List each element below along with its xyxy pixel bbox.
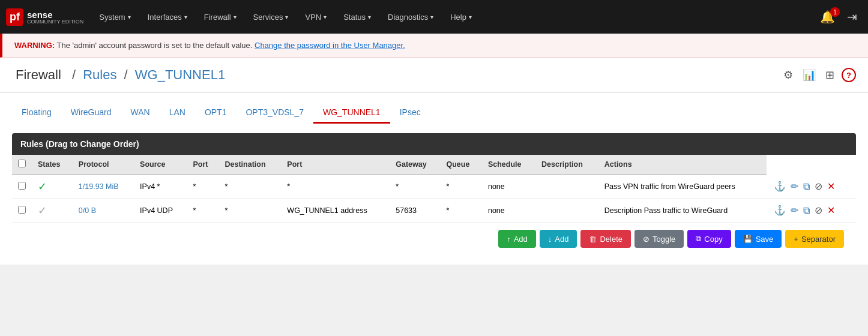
header-icons: ⚙ 📊 ⊞ ? [781,67,856,83]
nav-services[interactable]: Services ▾ [246,8,296,26]
toggle-button[interactable]: ⊘ Toggle [634,230,684,248]
row2-dest-port: 57633 [390,199,440,223]
tab-wireguard[interactable]: WireGuard [61,103,121,124]
tab-wg-tunnel1[interactable]: WG_TUNNEL1 [313,103,390,124]
tab-wan[interactable]: WAN [121,103,160,124]
row1-port: * [219,175,281,199]
nav-status[interactable]: Status ▾ [336,8,378,26]
tab-lan[interactable]: LAN [160,103,195,124]
row1-states-link[interactable]: 1/19.93 MiB [79,182,119,191]
edit-icon[interactable]: ✏ [789,179,800,193]
bottom-buttons: ↑ Add ↓ Add 🗑 Delete ⊘ Toggle ⧉ Copy 💾 S [12,223,856,255]
row2-port: * [219,199,281,223]
warning-text: The 'admin' account password is set to t… [57,41,255,50]
nav-help[interactable]: Help ▾ [443,8,479,26]
breadcrumb-sep1: / [72,67,76,82]
row2-queue: none [482,199,535,223]
table-icon[interactable]: ⊞ [823,67,837,83]
breadcrumb-sep2: / [124,67,128,82]
chevron-down-icon: ▾ [128,14,131,20]
chevron-down-icon: ▾ [234,14,237,20]
help-circle-icon[interactable]: ? [842,68,856,82]
breadcrumb-rules[interactable]: Rules [83,67,116,82]
warning-link[interactable]: Change the password in the User Manager. [255,41,405,50]
add-up-button[interactable]: ↑ Add [498,230,536,248]
row1-dest-port: * [390,175,440,199]
row1-checkbox-cell[interactable] [12,175,32,199]
row2-gateway: * [440,199,481,223]
chevron-down-icon: ▾ [285,14,288,20]
row1-protocol: IPv4 * [134,175,187,199]
nav-interfaces[interactable]: Interfaces ▾ [140,8,194,26]
navbar: pf sense COMMUNITY EDITION System ▾ Inte… [0,0,868,34]
tab-opt1[interactable]: OPT1 [195,103,237,124]
logout-button[interactable]: ⇥ [842,7,862,26]
edit-icon[interactable]: ✏ [789,203,800,217]
anchor-icon[interactable]: ⚓ [773,203,787,217]
breadcrumb: Firewall / Rules / WG_TUNNEL1 [12,67,225,83]
nav-vpn[interactable]: VPN ▾ [298,8,334,26]
anchor-icon[interactable]: ⚓ [773,179,787,193]
nav-firewall[interactable]: Firewall ▾ [197,8,244,26]
brand-edition: COMMUNITY EDITION [27,19,83,25]
row2-states-link[interactable]: 0/0 B [79,206,96,215]
row2-checkbox[interactable] [18,206,26,214]
table-header-row: States Protocol Source Port Destination … [12,155,856,175]
notification-badge: 1 [830,7,840,17]
th-destination: Destination [219,155,281,175]
chevron-down-icon: ▾ [324,14,327,20]
brand-name: sense [27,10,53,20]
th-select-all[interactable] [12,155,32,175]
table-row: ✓ 0/0 B IPv4 UDP * * WG_TUNNEL1 address … [12,199,856,223]
row2-protocol: IPv4 UDP [134,199,187,223]
save-button[interactable]: 💾 Save [735,230,782,248]
row2-actions-cell: ⚓ ✏ ⧉ ⊘ ✕ [773,203,850,217]
disable-icon[interactable]: ⊘ [813,203,824,217]
th-port: Port [187,155,219,175]
row1-source: * [187,175,219,199]
chart-bar-icon[interactable]: 📊 [800,67,818,83]
row1-queue: none [482,175,535,199]
nav-system[interactable]: System ▾ [92,8,137,26]
rules-header: Rules (Drag to Change Order) [12,133,856,155]
tab-floating[interactable]: Floating [12,103,61,124]
add-down-button[interactable]: ↓ Add [540,230,577,248]
save-icon: 💾 [743,235,753,244]
rules-section: Rules (Drag to Change Order) States Prot… [0,124,868,265]
copy-button[interactable]: ⧉ Copy [687,230,731,248]
add-down-icon: ↓ [548,235,552,244]
nav-diagnostics[interactable]: Diagnostics ▾ [381,8,441,26]
copy-icon[interactable]: ⧉ [802,180,811,193]
delete-button[interactable]: 🗑 Delete [580,230,631,248]
th-source: Source [134,155,187,175]
row2-schedule [535,199,598,223]
content-area: Floating WireGuard WAN LAN OPT1 OPT3_VDS… [0,93,868,265]
notification-bell[interactable]: 🔔 1 [815,7,840,26]
delete-icon[interactable]: ✕ [826,203,836,217]
row1-enabled: ✓ [32,175,73,199]
trash-icon: 🗑 [589,235,597,244]
row1-actions-cell: ⚓ ✏ ⧉ ⊘ ✕ [773,179,850,193]
separator-button[interactable]: + Separator [785,230,844,248]
tab-opt3-vdsl-7[interactable]: OPT3_VDSL_7 [236,103,313,124]
chevron-down-icon: ▾ [184,14,187,20]
row2-checkbox-cell[interactable] [12,199,32,223]
page-header: Firewall / Rules / WG_TUNNEL1 ⚙ 📊 ⊞ ? [0,58,868,93]
row2-enabled: ✓ [32,199,73,223]
th-actions: Actions [598,155,767,175]
th-states: States [32,155,73,175]
row2-source: * [187,199,219,223]
disable-icon[interactable]: ⊘ [813,179,824,193]
breadcrumb-wg-tunnel1[interactable]: WG_TUNNEL1 [135,67,225,82]
delete-icon[interactable]: ✕ [826,179,836,193]
chevron-down-icon: ▾ [368,14,371,20]
tab-ipsec[interactable]: IPsec [390,103,430,124]
th-gateway: Gateway [390,155,440,175]
filter-icon[interactable]: ⚙ [781,67,795,83]
row1-checkbox[interactable] [18,182,26,190]
row1-schedule [535,175,598,199]
select-all-checkbox[interactable] [18,160,26,167]
warning-banner: WARNING: The 'admin' account password is… [0,34,868,58]
copy-icon[interactable]: ⧉ [802,204,811,217]
row2-actions: ⚓ ✏ ⧉ ⊘ ✕ [767,199,856,223]
